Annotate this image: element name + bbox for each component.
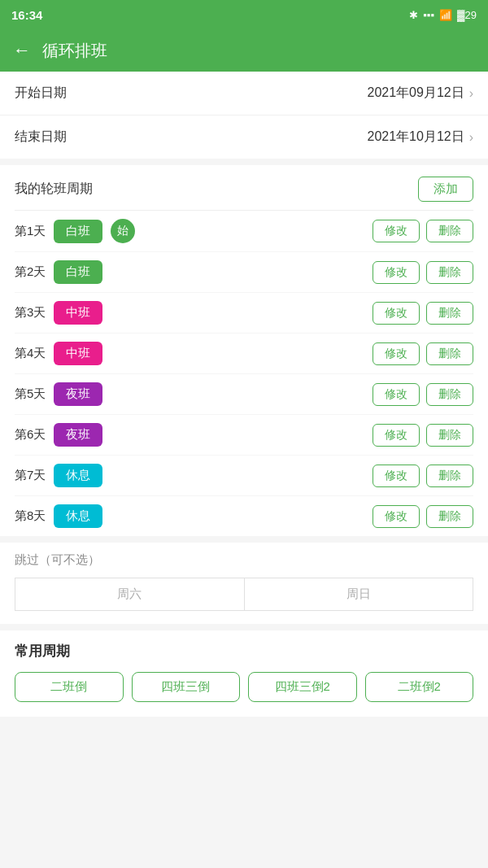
edit-shift-button[interactable]: 修改 [373, 261, 420, 284]
skip-section: 跳过（可不选） 周六 周日 [0, 543, 488, 624]
day-label: 第7天 [15, 468, 54, 483]
day-label: 第2天 [15, 264, 54, 280]
edit-shift-button[interactable]: 修改 [373, 505, 420, 528]
delete-shift-button[interactable]: 删除 [426, 383, 473, 406]
day-label: 第8天 [15, 508, 54, 524]
date-section: 开始日期 2021年09月12日 › 结束日期 2021年10月12日 › [0, 72, 488, 159]
delete-shift-button[interactable]: 删除 [426, 465, 473, 487]
shift-row: 第7天休息修改删除 [15, 456, 473, 496]
page-title: 循环排班 [42, 40, 107, 62]
day-label: 第5天 [15, 386, 54, 402]
end-date-value: 2021年10月12日 [367, 129, 464, 146]
start-circle-icon: 始 [111, 219, 135, 243]
skip-sunday-button[interactable]: 周日 [244, 578, 474, 611]
shift-row: 第8天休息修改删除 [15, 496, 473, 536]
start-date-row[interactable]: 开始日期 2021年09月12日 › [0, 72, 488, 116]
wifi-bars: ▪▪▪ [423, 9, 434, 21]
start-date-value: 2021年09月12日 [367, 85, 464, 102]
shift-row: 第3天中班修改删除 [15, 293, 473, 334]
add-shift-button[interactable]: 添加 [418, 177, 473, 202]
end-date-label: 结束日期 [15, 129, 67, 146]
end-date-chevron-icon: › [469, 130, 473, 145]
shift-badge: 中班 [54, 342, 102, 365]
wifi-icon: 📶 [439, 9, 452, 21]
common-buttons: 二班倒四班三倒四班三倒2二班倒2 [15, 672, 473, 702]
battery-icon: ▓29 [457, 9, 477, 21]
common-period-button-2[interactable]: 四班三倒2 [248, 672, 357, 702]
skip-saturday-button[interactable]: 周六 [15, 578, 244, 611]
shift-badge: 休息 [54, 464, 102, 487]
shift-section: 我的轮班周期 添加 第1天白班始修改删除第2天白班修改删除第3天中班修改删除第4… [0, 165, 488, 536]
common-section: 常用周期 二班倒四班三倒四班三倒2二班倒2 [0, 630, 488, 717]
delete-shift-button[interactable]: 删除 [426, 342, 473, 365]
back-button[interactable]: ← [13, 40, 31, 61]
edit-shift-button[interactable]: 修改 [373, 465, 420, 487]
status-bar: 16:34 ✱ ▪▪▪ 📶 ▓29 [0, 0, 488, 29]
start-date-label: 开始日期 [15, 85, 67, 102]
delete-shift-button[interactable]: 删除 [426, 302, 473, 325]
start-date-chevron-icon: › [469, 86, 473, 101]
skip-title: 跳过（可不选） [15, 552, 473, 568]
shift-badge: 白班 [54, 220, 102, 243]
shift-row: 第2天白班修改删除 [15, 252, 473, 293]
edit-shift-button[interactable]: 修改 [373, 302, 420, 325]
shift-badge: 白班 [54, 260, 102, 284]
shift-row: 第4天中班修改删除 [15, 334, 473, 374]
delete-shift-button[interactable]: 删除 [426, 505, 473, 528]
delete-shift-button[interactable]: 删除 [426, 220, 473, 242]
delete-shift-button[interactable]: 删除 [426, 261, 473, 284]
day-label: 第4天 [15, 346, 54, 361]
shift-badge: 休息 [54, 504, 102, 528]
status-time: 16:34 [11, 8, 42, 22]
shift-badge: 夜班 [54, 382, 102, 406]
shift-badge: 夜班 [54, 423, 102, 447]
edit-shift-button[interactable]: 修改 [373, 424, 420, 447]
signal-icon: ✱ [409, 9, 418, 21]
common-title: 常用周期 [15, 642, 473, 661]
end-date-row[interactable]: 结束日期 2021年10月12日 › [0, 116, 488, 159]
skip-options: 周六 周日 [15, 578, 473, 611]
shift-row: 第5天夜班修改删除 [15, 374, 473, 415]
common-period-button-3[interactable]: 二班倒2 [365, 672, 474, 702]
shift-section-title: 我的轮班周期 [15, 181, 93, 198]
delete-shift-button[interactable]: 删除 [426, 424, 473, 447]
common-period-button-0[interactable]: 二班倒 [15, 672, 124, 702]
edit-shift-button[interactable]: 修改 [373, 220, 420, 242]
header: ← 循环排班 [0, 29, 488, 72]
shift-badge: 中班 [54, 301, 102, 325]
status-icons: ✱ ▪▪▪ 📶 ▓29 [409, 9, 477, 21]
content: 开始日期 2021年09月12日 › 结束日期 2021年10月12日 › 我的… [0, 72, 488, 717]
edit-shift-button[interactable]: 修改 [373, 383, 420, 406]
day-label: 第1天 [15, 224, 54, 239]
shift-rows-container: 第1天白班始修改删除第2天白班修改删除第3天中班修改删除第4天中班修改删除第5天… [15, 211, 473, 536]
edit-shift-button[interactable]: 修改 [373, 342, 420, 365]
shift-row: 第1天白班始修改删除 [15, 211, 473, 252]
common-period-button-1[interactable]: 四班三倒 [132, 672, 241, 702]
shift-row: 第6天夜班修改删除 [15, 415, 473, 456]
day-label: 第3天 [15, 305, 54, 321]
day-label: 第6天 [15, 427, 54, 443]
